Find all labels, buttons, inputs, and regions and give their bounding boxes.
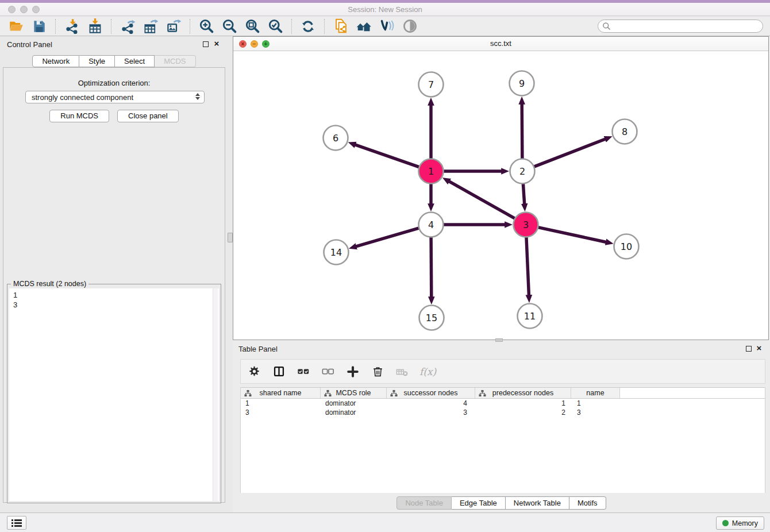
graph-node-8[interactable]: 8 — [613, 119, 637, 144]
zoom-selected-button[interactable] — [265, 18, 286, 35]
optimization-criterion-label: Optimization criterion: — [0, 79, 228, 87]
graph-edge-4-14[interactable] — [355, 228, 419, 247]
deselect-all-columns-button[interactable] — [321, 364, 336, 379]
graph-node-7[interactable]: 7 — [419, 72, 444, 97]
apply-style-button[interactable] — [376, 18, 397, 35]
zoom-in-button[interactable] — [196, 18, 217, 35]
tree-icon — [244, 390, 252, 397]
table-panel-title: Table Panel — [238, 345, 278, 353]
column-header-predecessor-nodes[interactable]: predecessor nodes — [475, 388, 571, 398]
column-header-name[interactable]: name — [571, 388, 620, 398]
network-view-window[interactable]: scc.txt 7968124314101511 — [233, 36, 769, 340]
graph-edge-2-3[interactable] — [523, 183, 525, 205]
tab-mcds[interactable]: MCDS — [155, 55, 195, 67]
column-header-successor-nodes[interactable]: successor nodes — [387, 388, 475, 398]
create-column-button[interactable] — [345, 364, 360, 379]
mcds-result-textarea[interactable]: 1 3 — [9, 288, 219, 501]
select-all-columns-button[interactable] — [296, 364, 311, 379]
tab-network[interactable]: Network — [32, 55, 79, 67]
graph-node-15[interactable]: 15 — [419, 306, 444, 330]
close-panel-icon[interactable] — [213, 39, 221, 48]
cell-mcds-role[interactable]: dominator — [321, 408, 387, 417]
export-table-button[interactable] — [140, 18, 161, 35]
zoom-out-icon — [222, 18, 237, 34]
graph-edge-4-15[interactable] — [431, 237, 432, 298]
show-column-panel-button[interactable] — [271, 364, 286, 379]
cell-successor-nodes[interactable]: 3 — [387, 408, 475, 417]
new-network-from-selection-button[interactable] — [330, 18, 351, 35]
run-mcds-button[interactable]: Run MCDS — [49, 110, 109, 122]
cell-name[interactable]: 1 — [571, 399, 620, 408]
cell-successor-nodes[interactable]: 4 — [387, 399, 475, 408]
tab-network-table[interactable]: Network Table — [506, 496, 569, 510]
houses-icon — [356, 18, 372, 34]
graph-edge-2-9[interactable] — [522, 103, 522, 160]
graph-node-6[interactable]: 6 — [324, 126, 348, 151]
cell-predecessor-nodes[interactable]: 2 — [475, 408, 571, 417]
cell-shared-name[interactable]: 3 — [241, 408, 321, 417]
function-builder-button[interactable]: f(x) — [419, 364, 436, 379]
cell-shared-name[interactable]: 1 — [241, 399, 321, 408]
graph-node-14[interactable]: 14 — [324, 240, 349, 265]
graph-edge-1-6[interactable] — [355, 144, 420, 167]
table-row[interactable]: 1 dominator 4 1 1 — [241, 399, 765, 408]
graph-node-2[interactable]: 2 — [510, 159, 535, 184]
graph-edge-2-8[interactable] — [533, 139, 606, 167]
zoom-fit-button[interactable] — [242, 18, 263, 35]
cell-name[interactable]: 3 — [571, 408, 620, 417]
open-session-button[interactable] — [6, 18, 26, 35]
float-table-panel-icon[interactable] — [746, 346, 752, 352]
tab-edge-table[interactable]: Edge Table — [452, 496, 506, 510]
graph-node-label: 3 — [523, 219, 529, 230]
graph-node-3[interactable]: 3 — [514, 213, 538, 237]
cell-predecessor-nodes[interactable]: 1 — [475, 399, 571, 408]
column-header-shared-name[interactable]: shared name — [241, 388, 321, 398]
column-header-mcds-role[interactable]: MCDS role — [321, 388, 387, 398]
titlebar[interactable]: Session: New Session — [0, 3, 770, 16]
delete-table-button[interactable] — [395, 364, 410, 379]
close-panel-button[interactable]: Close panel — [117, 110, 179, 122]
import-table-button[interactable] — [84, 18, 105, 35]
result-scrollbar[interactable] — [213, 288, 218, 501]
graph-node-10[interactable]: 10 — [614, 234, 639, 259]
graph-edge-3-11[interactable] — [526, 237, 529, 296]
graph-edge-3-10[interactable] — [537, 227, 607, 242]
memory-button[interactable]: Memory — [716, 516, 764, 530]
import-network-icon — [64, 18, 80, 34]
cell-mcds-role[interactable]: dominator — [321, 399, 387, 408]
show-hide-button[interactable] — [399, 18, 420, 35]
export-image-button[interactable] — [163, 18, 184, 35]
table-settings-button[interactable] — [247, 364, 261, 379]
refresh-button[interactable] — [298, 18, 318, 35]
export-network-button[interactable] — [117, 18, 138, 35]
graph-node-1[interactable]: 1 — [419, 159, 444, 184]
delete-columns-button[interactable] — [370, 364, 385, 379]
graph-edge-3-1[interactable] — [448, 181, 515, 219]
delete-table-icon — [396, 365, 409, 378]
tab-style[interactable]: Style — [79, 55, 115, 67]
graph-node-4[interactable]: 4 — [419, 213, 444, 237]
table-panel: Table Panel — [233, 342, 770, 512]
search-input[interactable] — [598, 20, 763, 33]
tab-node-table[interactable]: Node Table — [396, 496, 452, 510]
close-table-panel-icon[interactable] — [755, 344, 763, 353]
tab-motifs[interactable]: Motifs — [569, 496, 606, 510]
memory-label: Memory — [732, 519, 758, 527]
network-canvas[interactable]: 7968124314101511 — [233, 51, 768, 340]
export-network-icon — [120, 18, 136, 34]
graph-node-11[interactable]: 11 — [518, 304, 542, 329]
zoom-out-button[interactable] — [219, 18, 240, 35]
panel-divider-handle[interactable] — [228, 233, 233, 242]
first-neighbors-button[interactable] — [353, 18, 374, 35]
import-network-button[interactable] — [61, 18, 82, 35]
tab-select[interactable]: Select — [115, 55, 155, 67]
task-history-button[interactable] — [7, 516, 26, 530]
graph-node-9[interactable]: 9 — [510, 71, 534, 96]
float-panel-icon[interactable] — [203, 41, 209, 47]
node-table: shared name MCDS role successor nodes pr… — [240, 387, 765, 493]
network-window-titlebar[interactable]: scc.txt — [233, 37, 768, 51]
table-toolbar: f(x) — [240, 359, 765, 384]
save-session-button[interactable] — [29, 18, 49, 35]
table-row[interactable]: 3 dominator 3 2 3 — [241, 408, 765, 417]
optimization-criterion-select[interactable]: strongly connected component — [25, 91, 205, 103]
